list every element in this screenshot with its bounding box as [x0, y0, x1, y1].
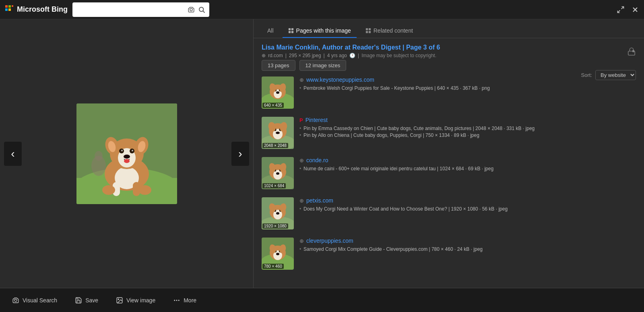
svg-line-7 [203, 11, 204, 12]
globe-icon-4: ⊕ [299, 198, 304, 204]
more-icon [173, 297, 180, 304]
tab-pages-with-image[interactable]: Pages with this image [283, 24, 357, 38]
grid-icon [288, 28, 294, 33]
result-item-content-5: ⊕ cleverpuppies.com Samoyed Corgi Mix Co… [299, 238, 636, 253]
thumb-label-2: 2048 × 2048 [262, 143, 288, 148]
lock-icon-area [627, 47, 636, 58]
svg-rect-4 [12, 5, 13, 7]
result-bullet-3-0: Nume de caini - 600+ cele mai originale … [299, 166, 636, 171]
header-actions [617, 6, 639, 14]
svg-point-16 [95, 151, 103, 161]
svg-point-92 [118, 299, 119, 300]
result-bullet-2-1: Pin by Allo on Chiena | Cute baby dogs, … [299, 132, 636, 138]
bing-logo-text: Microsoft Bing [17, 5, 68, 14]
visual-search-button[interactable]: Visual Search [8, 294, 61, 306]
result-thumb-3[interactable]: 1024 × 684 [262, 157, 294, 189]
search-box[interactable] [72, 2, 209, 17]
result-thumb-5[interactable]: 780 × 460 [262, 238, 294, 270]
svg-rect-37 [288, 31, 290, 33]
thumb-label-1: 640 × 435 [262, 103, 284, 108]
site-name-1[interactable]: www.keystonepuppies.com [306, 76, 374, 83]
pages-filter-btn[interactable]: 13 pages [262, 60, 295, 71]
result-title[interactable]: Lisa Marie Conklin, Author at Reader's D… [262, 44, 440, 51]
close-button[interactable] [631, 6, 639, 14]
search-button[interactable] [198, 6, 205, 13]
result-thumb-2[interactable]: 2048 × 2048 [262, 117, 294, 149]
svg-rect-41 [366, 31, 368, 33]
view-image-button[interactable]: View image [112, 294, 159, 306]
save-button[interactable]: Save [71, 294, 102, 306]
site-name-4[interactable]: petxis.com [306, 197, 333, 204]
svg-point-60 [276, 132, 280, 134]
svg-point-94 [176, 300, 178, 301]
site-name-2[interactable]: Pinterest [305, 117, 328, 123]
site-name-3[interactable]: conde.ro [306, 157, 328, 163]
image-sizes-filter-btn[interactable]: 12 image sizes [299, 60, 347, 71]
pinterest-icon: P [299, 117, 303, 123]
result-item-content-3: ⊕ conde.ro Nume de caini - 600+ cele mai… [299, 157, 636, 173]
list-item: 1024 × 684 ⊕ conde.ro Nume de caini - 60… [262, 157, 636, 189]
main-image [76, 103, 177, 204]
result-site-5: ⊕ cleverpuppies.com [299, 238, 636, 244]
result-site-4: ⊕ petxis.com [299, 197, 636, 204]
result-site-2: P Pinterest [299, 117, 636, 123]
svg-point-22 [138, 185, 151, 195]
list-item: 640 × 435 ⊕ www.keystonepuppies.com Pemb… [262, 76, 636, 109]
svg-point-5 [190, 8, 192, 11]
svg-line-9 [618, 10, 620, 12]
lock-icon [627, 47, 636, 56]
svg-rect-39 [366, 28, 368, 30]
site-name-5[interactable]: cleverpuppies.com [306, 238, 353, 244]
result-header: Lisa Marie Conklin, Author at Reader's D… [262, 44, 636, 71]
thumb-label-4: 1920 × 1080 [262, 223, 288, 229]
svg-rect-40 [369, 28, 371, 30]
right-panel-content: Lisa Marie Conklin, Author at Reader's D… [254, 44, 644, 288]
header: Microsoft Bing [0, 0, 644, 19]
result-bullet-2-0: Pin by Emma Cassedy on Chien | Cute baby… [299, 126, 636, 131]
tab-related-content[interactable]: Related content [360, 24, 419, 38]
bing-logo-icon [5, 5, 14, 14]
svg-line-8 [621, 6, 624, 9]
search-input[interactable] [76, 6, 184, 13]
svg-point-87 [276, 253, 279, 255]
svg-point-90 [14, 299, 17, 302]
tab-all[interactable]: All [262, 24, 279, 38]
sort-select[interactable]: By website [595, 70, 636, 80]
result-item-content-4: ⊕ petxis.com Does My Corgi Need a Winter… [299, 197, 636, 213]
result-thumb-4[interactable]: 1920 × 1080 [262, 197, 294, 229]
left-panel: ‹ [0, 19, 254, 288]
thumb-label-3: 1024 × 684 [262, 183, 286, 188]
svg-point-78 [276, 212, 279, 215]
svg-rect-38 [291, 31, 293, 33]
result-items: 640 × 435 ⊕ www.keystonepuppies.com Pemb… [262, 76, 636, 270]
more-button[interactable]: More [169, 294, 200, 306]
svg-rect-0 [5, 5, 8, 8]
svg-point-29 [124, 155, 130, 159]
globe-icon-1: ⊕ [299, 77, 304, 83]
save-icon [75, 297, 82, 304]
next-button[interactable]: › [231, 142, 249, 166]
result-meta: ⊕ rd.com | 295 × 295 jpeg | 4 yrs ago 🕐 … [262, 53, 436, 58]
expand-button[interactable] [617, 6, 625, 14]
svg-point-21 [102, 185, 115, 195]
thumb-label-5: 780 × 460 [262, 264, 284, 269]
visual-search-icon [12, 297, 19, 304]
list-item: 1920 × 1080 ⊕ petxis.com Does My Corgi N… [262, 197, 636, 229]
bing-logo: Microsoft Bing [5, 5, 68, 14]
view-image-icon [116, 297, 123, 304]
result-item-content-2: P Pinterest Pin by Emma Cassedy on Chien… [299, 117, 636, 139]
result-thumb-1[interactable]: 640 × 435 [262, 76, 294, 109]
sort-area: Sort: By website [581, 70, 636, 80]
prev-button[interactable]: ‹ [4, 142, 22, 166]
related-grid-icon [365, 28, 371, 33]
svg-point-27 [121, 150, 123, 151]
main-content: ‹ [0, 19, 644, 288]
result-site-3: ⊕ conde.ro [299, 157, 636, 163]
svg-point-93 [174, 300, 175, 301]
svg-rect-3 [8, 8, 11, 11]
list-item: 2048 × 2048 P Pinterest Pin by Emma Cass… [262, 117, 636, 149]
camera-search-button[interactable] [188, 6, 195, 13]
svg-rect-36 [291, 28, 293, 30]
globe-icon-5: ⊕ [299, 238, 304, 244]
globe-icon-meta: ⊕ [262, 53, 266, 58]
